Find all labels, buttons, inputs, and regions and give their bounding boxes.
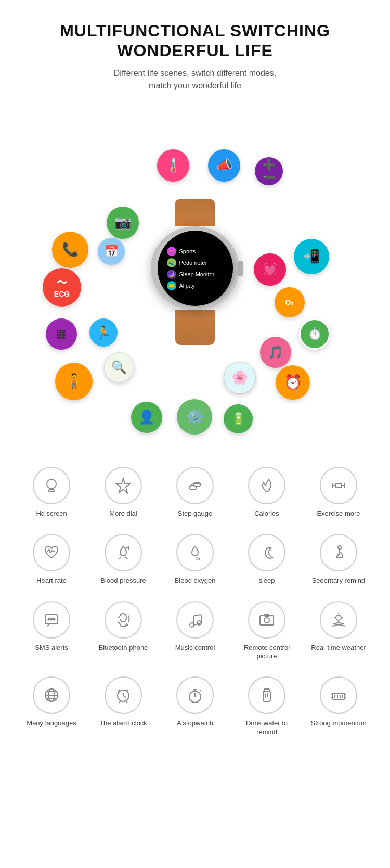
svg-point-18 (338, 546, 341, 549)
feature-blood-pressure: Blood pressure (92, 534, 154, 585)
ecg-icon: 〜ECG (43, 268, 81, 307)
svg-line-51 (126, 701, 127, 703)
sleep-label: sleep (258, 577, 275, 585)
hd-screen-icon (33, 467, 70, 504)
feature-sleep: z z sleep (236, 534, 298, 585)
more-dial-label: More dial (109, 509, 137, 518)
page-subtitle: Different life scenes, switch different … (31, 67, 359, 92)
feature-music-control: Music control (164, 601, 226, 661)
heartwave-icon: 💓 (254, 253, 286, 286)
svg-text:z: z (271, 546, 273, 549)
svg-marker-3 (116, 478, 131, 493)
watch-body: 🏃 Sports 👟 Pedometer 🌙 Sleep Monitor 💳 A… (151, 226, 239, 311)
watch-menu-pedometer: 👟 Pedometer (167, 258, 233, 267)
music-icon: 🎵 (260, 337, 291, 368)
remote-picture-icon (248, 601, 285, 639)
heart-rate-label: Heart rate (36, 577, 67, 585)
exercise-more-icon (320, 467, 357, 504)
svg-line-50 (119, 701, 120, 703)
features-row-2: Heart rate Blood pressure O₂ (16, 534, 374, 585)
svg-line-47 (123, 696, 126, 697)
calories-label: Calories (254, 509, 279, 518)
sms-alerts-icon (33, 601, 70, 639)
flower-icon: 🌸 (224, 362, 256, 394)
blood-oxygen-label: Blood oxygen (175, 577, 216, 585)
features-section: Hd screen More dial Step gauge (0, 456, 390, 768)
page-title: MULTIFUNCTIONAL SWITCHING WONDERFUL LIFE (31, 21, 359, 61)
sedentary-remind-icon (320, 534, 357, 571)
feature-more-dial: More dial (92, 467, 154, 518)
sleep-icon: z z (248, 534, 285, 571)
run-icon: 🏃 (89, 318, 118, 347)
step-gauge-icon (176, 467, 214, 504)
feature-strong-momentum: Strong momentum (307, 676, 370, 737)
features-row-3: SMS alerts Bluetooth phone (16, 601, 374, 661)
hd-screen-label: Hd screen (36, 509, 67, 518)
blood-oxygen-icon: O₂ (176, 534, 214, 571)
feature-many-languages: Many languages (20, 676, 83, 737)
phone2-icon: 📲 (294, 239, 329, 274)
svg-rect-8 (335, 483, 342, 488)
features-row-1: Hd screen More dial Step gauge (16, 467, 374, 518)
svg-line-11 (125, 557, 127, 559)
svg-point-33 (264, 618, 269, 623)
svg-rect-58 (263, 691, 270, 701)
o2-icon: O₂ (275, 287, 305, 317)
svg-rect-32 (260, 616, 274, 625)
feature-step-gauge: Step gauge (164, 467, 226, 518)
feature-remote-picture: Remote control picture (236, 601, 298, 661)
svg-point-0 (47, 479, 56, 489)
many-languages-icon (33, 676, 70, 714)
strong-momentum-icon (320, 676, 357, 714)
svg-text:O₂: O₂ (196, 556, 200, 561)
svg-point-25 (54, 618, 55, 620)
realtime-weather-label: Real-time weather (311, 644, 366, 653)
watch-menu-alipay: 💳 Alipay (167, 281, 233, 290)
more-dial-icon (105, 467, 142, 504)
feature-hd-screen: Hd screen (20, 467, 83, 518)
page-header: MULTIFUNCTIONAL SWITCHING WONDERFUL LIFE… (0, 0, 390, 103)
drink-water-icon (248, 676, 285, 714)
svg-point-23 (48, 618, 50, 620)
watch-crown (237, 261, 243, 276)
music-control-label: Music control (175, 644, 215, 653)
features-row-4: Many languages The alarm clock (16, 676, 374, 737)
thermometer-icon: 🌡️ (157, 149, 189, 182)
svg-point-24 (51, 618, 53, 620)
drink-water-label: Drink water to remind (236, 719, 298, 737)
feature-drink-water: Drink water to remind (236, 676, 298, 737)
bluetooth-phone-icon (105, 601, 142, 639)
many-languages-label: Many languages (27, 719, 76, 728)
feature-realtime-weather: Real-time weather (307, 601, 370, 661)
svg-rect-1 (49, 490, 54, 492)
feature-blood-oxygen: O₂ Blood oxygen (164, 534, 226, 585)
feature-heart-rate: Heart rate (20, 534, 83, 585)
alarm-icon: ⏰ (276, 365, 310, 400)
watch-menu-sleep: 🌙 Sleep Monitor (167, 270, 233, 279)
watch-section: 🌡️ 📣 ➕➖ 📷 📞 📅 〜ECG ▦ 🏃 🧍 🔍 💓 📲 O₂ ⏱️ 🎵 🌸… (0, 103, 390, 456)
bluetooth-phone-label: Bluetooth phone (99, 644, 148, 653)
sit-icon: 🧍 (55, 363, 93, 400)
watch-strap-bottom (175, 310, 215, 344)
feature-sms-alerts: SMS alerts (20, 601, 83, 661)
svg-line-31 (194, 615, 201, 616)
feature-stopwatch: A stopwatch (164, 676, 226, 737)
calories-icon (248, 467, 285, 504)
watch: 🏃 Sports 👟 Pedometer 🌙 Sleep Monitor 💳 A… (143, 199, 247, 345)
svg-line-56 (200, 690, 201, 691)
step-gauge-label: Step gauge (178, 509, 213, 518)
feature-calories: Calories (236, 467, 298, 518)
realtime-weather-icon (320, 601, 357, 639)
sedentary-remind-label: Sedentary remind (312, 577, 366, 585)
alarm-clock-label: The alarm clock (99, 719, 147, 728)
strong-momentum-label: Strong momentum (311, 719, 367, 728)
timer-icon: ⏱️ (299, 318, 330, 350)
search-icon: 🔍 (104, 352, 134, 382)
megaphone-icon: 📣 (208, 149, 240, 182)
feature-sedentary-remind: Sedentary remind (307, 534, 370, 585)
alarm-clock-icon (105, 676, 142, 714)
battery-icon: 🔋 (224, 404, 253, 433)
svg-point-26 (190, 623, 194, 627)
stopwatch-icon (176, 676, 214, 714)
profile-icon: 👤 (131, 402, 162, 433)
